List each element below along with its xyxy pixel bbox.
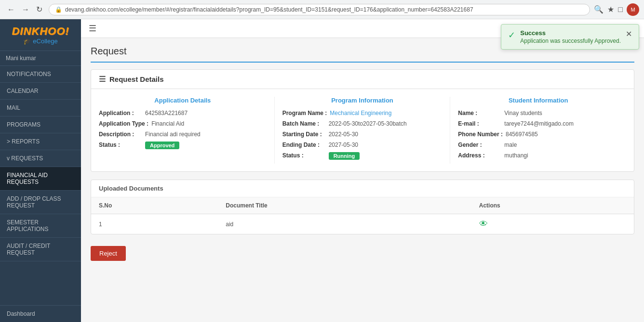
program-name-value: Mechanical Engineering <box>330 110 391 116</box>
student-name-value: Vinay students <box>504 110 542 116</box>
programs-label: PROGRAMS <box>7 121 40 128</box>
prog-status-label: Status : <box>282 152 326 160</box>
student-phone-label: Phone Number : <box>458 131 503 138</box>
app-number-row: Application : 642583A221687 <box>99 110 267 116</box>
toast-title: Success <box>520 29 621 37</box>
logo-sub: 🎓 eCollege <box>23 38 57 45</box>
card-header: ☰ Request Details <box>91 70 634 89</box>
sidebar-item-mail[interactable]: MAIL <box>0 100 81 116</box>
browser-chrome: ← → ↻ 🔒 devang.dinkhoo.com/ecollege/memb… <box>0 0 644 19</box>
student-address-value: muthangi <box>504 152 528 159</box>
student-info-col: Student Information Name : Vinay student… <box>450 97 626 164</box>
student-phone-row: Phone Number : 8456974585 <box>458 131 618 138</box>
semester-label: SEMESTER APPLICATIONS <box>7 219 74 232</box>
start-date-row: Starting Date : 2022-05-30 <box>282 131 443 138</box>
address-bar[interactable]: 🔒 devang.dinkhoo.com/ecollege/member/#/r… <box>49 4 590 15</box>
student-email-value: tareye7244@mitigado.com <box>504 120 574 127</box>
card-title: Request Details <box>109 75 164 83</box>
sidebar-item-audit-credit[interactable]: AUDIT / CREDIT REQUEST <box>0 238 81 261</box>
student-gender-label: Gender : <box>458 142 501 148</box>
extension-icon[interactable]: □ <box>618 5 623 14</box>
student-address-row: Address : muthangi <box>458 152 618 159</box>
sidebar-item-programs[interactable]: PROGRAMS <box>0 116 81 133</box>
student-gender-value: male <box>504 142 517 148</box>
back-button[interactable]: ← <box>5 4 17 15</box>
info-grid: Application Details Application : 642583… <box>91 89 634 171</box>
app-status-badge: Approved <box>145 142 179 149</box>
student-address-label: Address : <box>458 152 501 159</box>
mail-label: MAIL <box>7 104 20 111</box>
audit-credit-label: AUDIT / CREDIT REQUEST <box>7 243 74 256</box>
sidebar-item-requests[interactable]: v REQUESTS <box>0 150 81 167</box>
forward-button[interactable]: → <box>19 4 32 15</box>
add-drop-label: ADD / DROP CLASS REQUEST <box>7 195 74 209</box>
program-info-title: Program Information <box>282 97 443 104</box>
col-actions: Actions <box>471 197 634 214</box>
student-name-label: Name : <box>458 110 501 116</box>
app-status-row: Status : Approved <box>99 142 267 149</box>
row-sno: 1 <box>91 214 218 234</box>
list-icon: ☰ <box>99 75 106 84</box>
prog-status-row: Status : Running <box>282 152 443 160</box>
app-number-value: 642583A221687 <box>145 110 188 116</box>
request-details-card: ☰ Request Details Application Details Ap… <box>91 69 634 172</box>
batch-name-label: Batch Name : <box>282 120 326 127</box>
logo-text: DINKHOO! <box>12 25 69 38</box>
row-actions: 👁 <box>471 214 634 234</box>
graduation-icon: 🎓 <box>23 38 31 45</box>
sidebar-item-calendar[interactable]: CALENDAR <box>0 83 81 100</box>
toast-content: Success Application was successfully App… <box>520 29 621 44</box>
success-toast: ✓ Success Application was successfully A… <box>501 24 639 50</box>
app-type-value: Financial Aid <box>151 120 184 127</box>
app-number-label: Application : <box>99 110 142 116</box>
browser-actions: 🔍 ★ □ M <box>594 3 639 16</box>
reports-label: > REPORTS <box>7 138 40 145</box>
program-info-col: Program Information Program Name : Mecha… <box>275 97 451 164</box>
sidebar-item-dashboard[interactable]: Dashboard <box>0 305 81 322</box>
prog-status-badge: Running <box>329 152 360 160</box>
refresh-button[interactable]: ↻ <box>34 4 45 15</box>
reject-button[interactable]: Reject <box>91 246 126 261</box>
search-icon[interactable]: 🔍 <box>594 5 604 14</box>
calendar-label: CALENDAR <box>7 88 38 94</box>
toast-close-button[interactable]: ✕ <box>626 29 632 39</box>
user-avatar[interactable]: M <box>627 3 639 16</box>
nav-buttons: ← → ↻ <box>5 4 45 15</box>
notifications-label: NOTIFICATIONS <box>7 71 51 77</box>
app-type-row: Application Type : Financial Aid <box>99 120 267 127</box>
student-name-row: Name : Vinay students <box>458 110 618 116</box>
table-row: 1 aid 👁 <box>91 214 634 234</box>
logo-area: DINKHOO! 🎓 eCollege <box>0 19 81 51</box>
end-date-row: Ending Date : 2027-05-30 <box>282 142 443 148</box>
sidebar-item-reports[interactable]: > REPORTS <box>0 133 81 150</box>
application-details-col: Application Details Application : 642583… <box>99 97 275 164</box>
batch-name-row: Batch Name : 2022-05-30to2027-05-30batch <box>282 120 443 127</box>
success-icon: ✓ <box>508 30 515 40</box>
col-sno: S.No <box>91 197 218 214</box>
sidebar-item-financial-aid[interactable]: FINANCIAL AID REQUESTS <box>0 167 81 191</box>
end-date-value: 2027-05-30 <box>329 142 358 148</box>
sidebar: DINKHOO! 🎓 eCollege Mani kumar NOTIFICAT… <box>0 19 81 322</box>
student-email-label: E-mail : <box>458 120 501 127</box>
documents-card: Uploaded Documents S.No Document Title A… <box>91 180 634 234</box>
view-icon[interactable]: 👁 <box>479 219 488 229</box>
page-content: Request ☰ Request Details Application De… <box>81 38 644 269</box>
sidebar-item-notifications[interactable]: NOTIFICATIONS <box>0 66 81 83</box>
lock-icon: 🔒 <box>55 6 62 13</box>
batch-name-value: 2022-05-30to2027-05-30batch <box>329 120 407 127</box>
documents-table: S.No Document Title Actions 1 aid 👁 <box>91 197 634 234</box>
user-name: Mani kumar <box>0 51 81 66</box>
toast-message: Application was successfully Approved. <box>520 38 621 44</box>
table-header-row: S.No Document Title Actions <box>91 197 634 214</box>
col-title: Document Title <box>218 197 471 214</box>
app-status-label: Status : <box>99 142 142 149</box>
student-phone-value: 8456974585 <box>506 131 538 138</box>
star-icon[interactable]: ★ <box>607 5 614 14</box>
row-doc-title: aid <box>218 214 471 234</box>
sidebar-item-add-drop[interactable]: ADD / DROP CLASS REQUEST <box>0 191 81 214</box>
sidebar-item-semester[interactable]: SEMESTER APPLICATIONS <box>0 214 81 238</box>
url-text: devang.dinkhoo.com/ecollege/member/#/reg… <box>65 6 473 13</box>
app-desc-value: Financial adi required <box>145 131 201 138</box>
hamburger-icon[interactable]: ☰ <box>89 23 96 34</box>
application-details-title: Application Details <box>99 97 267 104</box>
